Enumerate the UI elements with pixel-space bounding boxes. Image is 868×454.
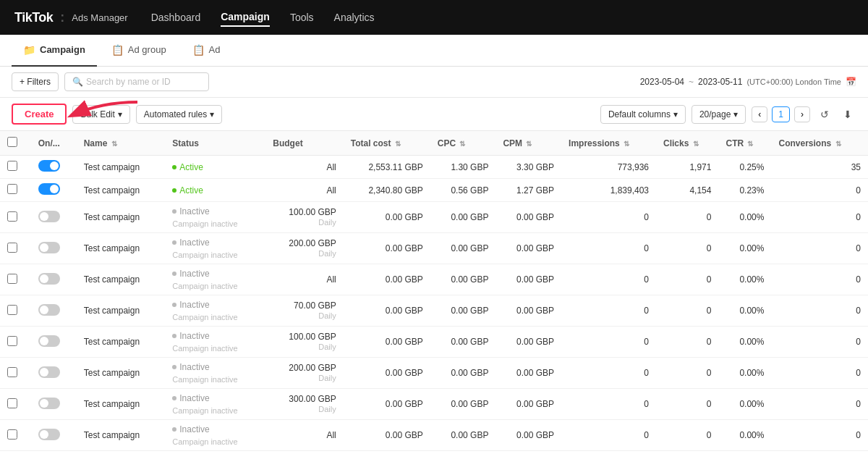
row-checkbox-5[interactable] xyxy=(7,305,17,315)
toggle-6[interactable] xyxy=(38,335,60,347)
row-cpm-8: 0.00 GBP xyxy=(495,389,561,420)
campaign-tab-icon: 📁 xyxy=(23,44,35,56)
next-page-button[interactable]: › xyxy=(794,106,810,122)
row-conversions-10: 0 xyxy=(771,451,868,455)
status-text: Inactive xyxy=(179,331,209,341)
table-row: Test campaignInactiveCampaign inactive10… xyxy=(0,202,868,233)
row-clicks-8: 0 xyxy=(656,389,718,420)
row-budget-7: 200.00 GBPDaily xyxy=(265,358,343,389)
row-ctr-9: 0.00% xyxy=(718,420,771,451)
inactive-dot xyxy=(172,396,176,400)
select-all-checkbox[interactable] xyxy=(7,137,17,147)
status-sub-text: Campaign inactive xyxy=(172,282,238,290)
toggle-5[interactable] xyxy=(38,304,60,316)
row-clicks-1: 4,154 xyxy=(656,179,718,202)
active-dot xyxy=(172,188,176,193)
refresh-button[interactable]: ↺ xyxy=(816,106,833,122)
toggle-8[interactable] xyxy=(38,398,60,409)
per-page-button[interactable]: 20/page ▾ xyxy=(692,105,746,124)
name-sort-icon[interactable]: ⇅ xyxy=(111,140,117,148)
row-checkbox-8[interactable] xyxy=(7,398,17,408)
row-cpc-8: 0.00 GBP xyxy=(430,389,496,420)
row-cpc-3: 0.00 GBP xyxy=(430,233,496,264)
row-status-3: InactiveCampaign inactive xyxy=(165,233,265,264)
row-budget-9: All xyxy=(265,420,343,451)
bulk-edit-button[interactable]: Bulk Edit ▾ xyxy=(72,105,129,124)
row-toggle-cell-0 xyxy=(31,156,77,179)
status-sub-text: Campaign inactive xyxy=(172,344,238,353)
conv-sort-icon[interactable]: ⇅ xyxy=(835,140,841,148)
row-impressions-8: 0 xyxy=(561,389,656,420)
row-toggle-cell-10 xyxy=(31,451,77,455)
cpc-sort-icon[interactable]: ⇅ xyxy=(459,140,465,148)
col-total-cost: Total cost ⇅ xyxy=(344,131,430,156)
cost-sort-icon[interactable]: ⇅ xyxy=(395,140,401,148)
row-cpc-4: 0.00 GBP xyxy=(430,264,496,295)
row-toggle-cell-2 xyxy=(31,202,77,233)
row-conversions-6: 0 xyxy=(771,327,868,358)
row-total-cost-4: 0.00 GBP xyxy=(344,264,430,295)
row-checkbox-4[interactable] xyxy=(7,274,17,284)
row-checkbox-9[interactable] xyxy=(7,429,17,440)
automated-rules-button[interactable]: Automated rules ▾ xyxy=(136,105,222,124)
prev-page-button[interactable]: ‹ xyxy=(752,106,767,122)
row-checkbox-1[interactable] xyxy=(7,184,17,194)
col-cpm: CPM ⇅ xyxy=(495,131,561,156)
date-to[interactable]: 2023-05-11 xyxy=(698,77,742,87)
nav-tools[interactable]: Tools xyxy=(290,9,314,26)
ctr-sort-icon[interactable]: ⇅ xyxy=(747,140,753,148)
clicks-sort-icon[interactable]: ⇅ xyxy=(693,140,699,148)
row-impressions-3: 0 xyxy=(561,233,656,264)
row-checkbox-7[interactable] xyxy=(7,367,17,377)
tab-ad[interactable]: 📋 Ad xyxy=(181,35,232,67)
status-text: Inactive xyxy=(179,393,209,403)
default-columns-button[interactable]: Default columns ▾ xyxy=(600,105,686,124)
nav-dashboard[interactable]: Dashboard xyxy=(151,9,201,26)
nav-analytics[interactable]: Analytics xyxy=(334,9,375,26)
row-ctr-4: 0.00% xyxy=(718,264,771,295)
row-budget-3: 200.00 GBPDaily xyxy=(265,233,343,264)
table-row: Test campaignInactiveCampaign inactive70… xyxy=(0,451,868,455)
tab-campaign[interactable]: 📁 Campaign xyxy=(12,35,97,67)
status-sub-text: Campaign inactive xyxy=(172,219,238,228)
status-text: Inactive xyxy=(179,269,209,279)
toggle-9[interactable] xyxy=(38,429,60,440)
row-toggle-cell-9 xyxy=(31,420,77,451)
timezone-label: (UTC+00:00) London Time xyxy=(746,77,841,86)
download-button[interactable]: ⬇ xyxy=(839,106,856,122)
search-placeholder[interactable]: Search by name or ID xyxy=(86,77,171,87)
row-clicks-6: 0 xyxy=(656,327,718,358)
create-button[interactable]: Create xyxy=(12,104,67,125)
row-cpm-4: 0.00 GBP xyxy=(495,264,561,295)
row-toggle-cell-3 xyxy=(31,233,77,264)
row-name-4: Test campaign xyxy=(77,264,166,295)
row-checkbox-2[interactable] xyxy=(7,211,17,222)
filter-toolbar: + Filters 🔍 Search by name or ID 2023-05… xyxy=(0,67,868,98)
date-range: 2023-05-04 ~ 2023-05-11 (UTC+00:00) Lond… xyxy=(640,77,856,87)
toggle-3[interactable] xyxy=(38,242,60,253)
toggle-1[interactable] xyxy=(38,183,60,195)
toggle-0[interactable] xyxy=(38,160,60,172)
toggle-2[interactable] xyxy=(38,211,60,222)
row-checkbox-0[interactable] xyxy=(7,161,17,171)
toggle-4[interactable] xyxy=(38,273,60,285)
cpm-sort-icon[interactable]: ⇅ xyxy=(526,140,532,148)
row-checkbox-6[interactable] xyxy=(7,336,17,346)
nav-campaign[interactable]: Campaign xyxy=(221,8,270,27)
filters-button[interactable]: + Filters xyxy=(12,72,59,91)
row-total-cost-2: 0.00 GBP xyxy=(344,202,430,233)
row-status-7: InactiveCampaign inactive xyxy=(165,358,265,389)
row-impressions-0: 773,936 xyxy=(561,156,656,179)
col-status: Status xyxy=(165,131,265,156)
row-checkbox-3[interactable] xyxy=(7,243,17,253)
imp-sort-icon[interactable]: ⇅ xyxy=(624,140,629,148)
row-budget-2: 100.00 GBPDaily xyxy=(265,202,343,233)
toggle-7[interactable] xyxy=(38,366,60,378)
date-from[interactable]: 2023-05-04 xyxy=(640,77,684,87)
tab-ad-group[interactable]: 📋 Ad group xyxy=(100,35,178,67)
row-budget-8: 300.00 GBPDaily xyxy=(265,389,343,420)
row-impressions-4: 0 xyxy=(561,264,656,295)
row-impressions-2: 0 xyxy=(561,202,656,233)
row-cpm-10: 0.00 GBP xyxy=(495,451,561,455)
col-conversions: Conversions ⇅ xyxy=(771,131,868,156)
